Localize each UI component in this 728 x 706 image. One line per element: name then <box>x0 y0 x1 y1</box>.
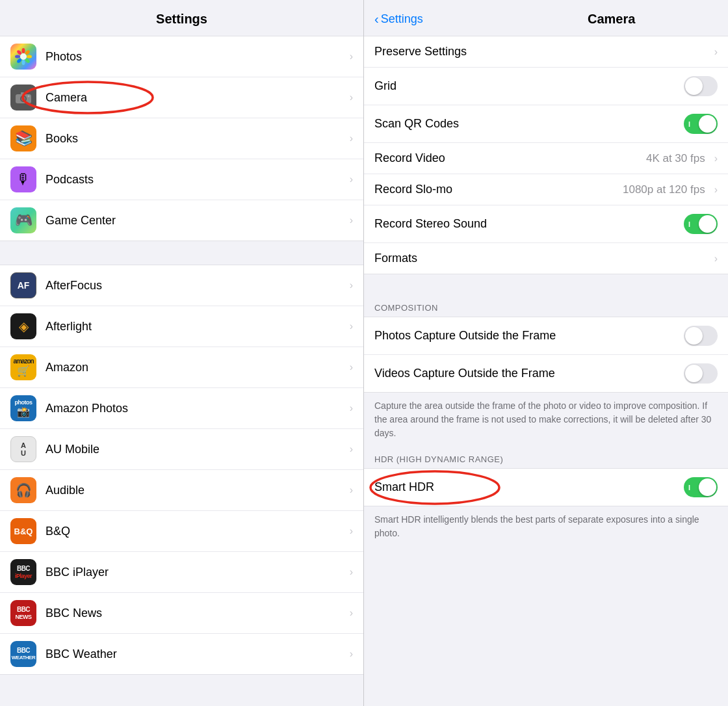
right-panel-title: Camera <box>588 12 635 27</box>
right-header: ‹ Settings Camera <box>364 0 728 36</box>
books-icon: 📚 <box>10 125 36 151</box>
afterlight-chevron: › <box>350 320 353 332</box>
record-video-label: Record Video <box>374 151 646 165</box>
bbcweather-icon: BBC WEATHER <box>10 641 36 667</box>
formats-label: Formats <box>374 252 709 265</box>
record-video-chevron: › <box>714 153 718 164</box>
smart-hdr-item[interactable]: Smart HDR I <box>364 469 728 506</box>
books-chevron: › <box>350 133 353 144</box>
audible-icon: 🎧 <box>10 477 36 503</box>
svg-point-13 <box>28 96 30 98</box>
photos-capture-toggle[interactable] <box>684 326 718 346</box>
scan-qr-toggle[interactable]: I <box>684 114 718 134</box>
record-slomo-chevron: › <box>714 184 718 196</box>
grid-label: Grid <box>374 79 684 93</box>
record-stereo-toggle-knob <box>699 215 716 233</box>
smart-hdr-toggle-label: I <box>688 484 690 491</box>
smart-hdr-toggle[interactable]: I <box>684 477 718 497</box>
bbcweather-label: BBC Weather <box>46 647 344 661</box>
camera-icon <box>10 85 36 111</box>
camera-label: Camera <box>46 91 344 105</box>
formats-item[interactable]: Formats › <box>364 243 728 274</box>
record-slomo-label: Record Slo-mo <box>374 183 623 196</box>
back-label: Settings <box>381 12 423 26</box>
preserve-settings-item[interactable]: Preserve Settings › <box>364 36 728 68</box>
record-stereo-item[interactable]: Record Stereo Sound I <box>364 205 728 243</box>
sidebar-item-podcasts[interactable]: 🎙 Podcasts › <box>0 159 363 200</box>
books-label: Books <box>46 132 344 146</box>
preserve-settings-label: Preserve Settings <box>374 45 709 59</box>
svg-rect-12 <box>21 92 24 95</box>
smart-hdr-label: Smart HDR <box>374 480 684 494</box>
sidebar-item-bbcnews[interactable]: BBC NEWS BBC News › <box>0 593 363 634</box>
photos-label: Photos <box>46 50 344 64</box>
preserve-settings-chevron: › <box>714 46 718 58</box>
videos-capture-toggle-knob <box>685 365 703 382</box>
sidebar-item-bbcweather[interactable]: BBC WEATHER BBC Weather › <box>0 634 363 674</box>
record-slomo-item[interactable]: Record Slo-mo 1080p at 120 fps › <box>364 174 728 205</box>
sidebar-item-gamecenter[interactable]: 🎮 Game Center › <box>0 200 363 241</box>
apps-settings-list: AF AfterFocus › ◈ Afterlight › amazon 🛒 … <box>0 265 363 675</box>
podcasts-icon: 🎙 <box>10 166 36 192</box>
hdr-header: HDR (HIGH DYNAMIC RANGE) <box>364 449 728 468</box>
videos-capture-toggle[interactable] <box>684 363 718 384</box>
bq-chevron: › <box>350 525 353 537</box>
record-stereo-toggle[interactable]: I <box>684 214 718 234</box>
scan-qr-label: Scan QR Codes <box>374 117 684 131</box>
sidebar-item-amazonphotos[interactable]: photos 📸 Amazon Photos › <box>0 388 363 429</box>
photos-capture-label: Photos Capture Outside the Frame <box>374 329 684 343</box>
sidebar-item-aumobile[interactable]: AU AU Mobile › <box>0 429 363 470</box>
afterlight-icon: ◈ <box>10 313 36 339</box>
amazonphotos-chevron: › <box>350 402 353 414</box>
afterfocus-label: AfterFocus <box>46 279 344 293</box>
podcasts-chevron: › <box>350 174 353 185</box>
podcasts-label: Podcasts <box>46 173 344 187</box>
hdr-settings: Smart HDR I <box>364 468 728 506</box>
audible-chevron: › <box>350 484 353 496</box>
bbciplayer-icon: BBC iPlayer <box>10 559 36 585</box>
afterfocus-icon: AF <box>10 272 36 298</box>
bbcnews-chevron: › <box>350 607 353 619</box>
sidebar-item-bbciplayer[interactable]: BBC iPlayer BBC iPlayer › <box>0 552 363 593</box>
svg-point-3 <box>27 55 32 59</box>
photos-icon <box>10 44 36 70</box>
videos-capture-label: Videos Capture Outside the Frame <box>374 367 684 380</box>
videos-capture-item[interactable]: Videos Capture Outside the Frame <box>364 355 728 392</box>
camera-top-settings: Preserve Settings › Grid Scan QR Codes I… <box>364 36 728 274</box>
bbciplayer-chevron: › <box>350 566 353 578</box>
grid-toggle[interactable] <box>684 76 718 96</box>
record-stereo-label: Record Stereo Sound <box>374 217 684 231</box>
sidebar-item-books[interactable]: 📚 Books › <box>0 118 363 159</box>
record-video-item[interactable]: Record Video 4K at 30 fps › <box>364 143 728 174</box>
left-panel: Settings Ph <box>0 0 364 706</box>
photos-capture-item[interactable]: Photos Capture Outside the Frame <box>364 317 728 355</box>
sidebar-item-amazon[interactable]: amazon 🛒 Amazon › <box>0 347 363 388</box>
aumobile-chevron: › <box>350 443 353 455</box>
composition-settings: Photos Capture Outside the Frame Videos … <box>364 317 728 393</box>
amazon-chevron: › <box>350 361 353 373</box>
sidebar-item-camera[interactable]: Camera › <box>0 77 363 118</box>
bbcnews-label: BBC News <box>46 607 344 620</box>
svg-point-11 <box>21 97 26 101</box>
record-slomo-value: 1080p at 120 fps <box>623 183 705 196</box>
bbcnews-icon: BBC NEWS <box>10 600 36 626</box>
bbcweather-chevron: › <box>350 648 353 660</box>
photos-capture-toggle-knob <box>685 327 703 345</box>
back-button[interactable]: ‹ Settings <box>374 12 423 27</box>
afterfocus-chevron: › <box>350 280 353 291</box>
amazonphotos-label: Amazon Photos <box>46 402 344 415</box>
sidebar-item-bq[interactable]: B&Q B&Q › <box>0 511 363 552</box>
top-settings-list: Photos › Camera › <box>0 36 363 241</box>
audible-label: Audible <box>46 484 344 497</box>
sidebar-item-afterfocus[interactable]: AF AfterFocus › <box>0 265 363 306</box>
sidebar-item-afterlight[interactable]: ◈ Afterlight › <box>0 306 363 347</box>
sidebar-item-photos[interactable]: Photos › <box>0 36 363 77</box>
composition-header: COMPOSITION <box>364 298 728 317</box>
scan-qr-item[interactable]: Scan QR Codes I <box>364 105 728 143</box>
grid-toggle-knob <box>685 77 703 95</box>
grid-item[interactable]: Grid <box>364 68 728 105</box>
sidebar-item-audible[interactable]: 🎧 Audible › <box>0 470 363 511</box>
bbciplayer-label: BBC iPlayer <box>46 566 344 579</box>
scan-qr-toggle-label: I <box>688 120 690 128</box>
svg-point-5 <box>22 60 25 65</box>
